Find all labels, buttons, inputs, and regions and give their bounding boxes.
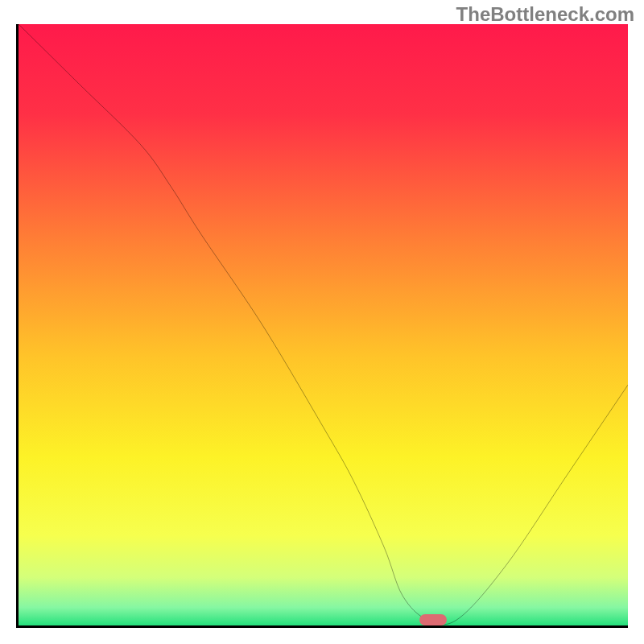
watermark-text: TheBottleneck.com — [456, 3, 634, 26]
optimal-marker — [419, 614, 447, 625]
plot-area — [16, 24, 628, 628]
bottleneck-curve — [19, 24, 628, 625]
